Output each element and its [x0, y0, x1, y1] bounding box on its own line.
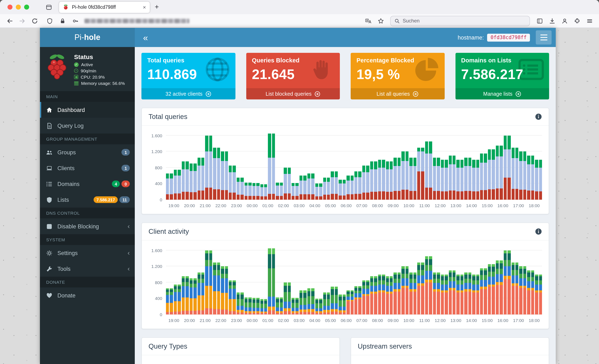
sidebar-item-settings[interactable]: Settings‹ — [40, 245, 135, 261]
firefox-view-icon[interactable] — [43, 2, 54, 12]
chart-segment — [429, 153, 432, 188]
close-window-button[interactable] — [8, 5, 12, 9]
chart-segment — [421, 147, 424, 151]
translate-icon[interactable] — [363, 15, 374, 26]
chart-segment — [331, 172, 334, 177]
chart-segment — [437, 291, 440, 314]
key-icon[interactable] — [70, 15, 81, 26]
chart-segment — [390, 162, 393, 169]
count-badge: 11 — [120, 196, 130, 203]
chart-segment — [398, 274, 401, 278]
info-icon[interactable] — [535, 228, 542, 235]
lock-icon[interactable] — [57, 15, 68, 26]
chart-segment — [515, 147, 519, 158]
sidebar-item-lists[interactable]: Lists7.586.21711 — [40, 192, 135, 208]
sidebar-item-domains[interactable]: Domains40 — [40, 176, 135, 192]
chart-bar — [268, 132, 271, 200]
search-input[interactable]: Suchen — [390, 16, 530, 26]
new-tab-button[interactable]: + — [155, 3, 159, 11]
chart-segment — [445, 276, 448, 280]
back-icon[interactable] — [4, 15, 15, 26]
extensions-puzzle-icon[interactable] — [572, 15, 582, 26]
chart-segment — [511, 275, 515, 283]
chart-segment — [319, 196, 322, 200]
chart-segment — [496, 260, 499, 263]
chart-segment — [425, 265, 428, 271]
chart-segment — [170, 303, 173, 312]
chart-segment — [205, 286, 208, 308]
chart-segment — [457, 191, 460, 200]
chart-bar — [201, 246, 204, 314]
y-axis-label: 800 — [155, 280, 162, 285]
sidebar-item-clients[interactable]: Clients1 — [40, 160, 135, 176]
pihole-logo[interactable]: Pi-hole — [40, 28, 135, 47]
chart-bar — [303, 246, 307, 314]
tab-close-icon[interactable]: × — [143, 4, 146, 10]
stat-card-footer-link[interactable]: Manage lists — [455, 88, 549, 99]
chart-bar — [229, 132, 232, 200]
chart-segment — [194, 298, 196, 311]
chart-segment — [245, 308, 248, 311]
chart-segment — [339, 180, 342, 184]
chart-segment — [303, 305, 307, 310]
sidebar-item-dashboard[interactable]: Dashboard — [40, 102, 135, 118]
stat-card-value: 21.645 — [252, 67, 334, 82]
app-header: Pi-hole « hostname: 0fd38cd798ff — [40, 28, 556, 47]
sidebar-icon[interactable] — [534, 15, 545, 26]
chart-segment — [303, 176, 307, 180]
stat-card-footer-link[interactable]: List all queries — [351, 88, 444, 99]
stat-card-footer-label: List blocked queries — [266, 91, 312, 97]
x-axis-label: 06:00 — [341, 203, 352, 208]
menu-hamburger-icon[interactable] — [584, 15, 595, 26]
chart-segment — [441, 280, 444, 284]
sidebar-item-query-log[interactable]: Query Log — [40, 118, 135, 133]
chart-segment — [323, 178, 326, 182]
hostname-label: hostname: — [458, 34, 484, 41]
chart-bar — [272, 132, 275, 200]
chart-segment — [417, 265, 420, 270]
tracking-shield-icon[interactable] — [44, 15, 55, 26]
bookmark-star-icon[interactable] — [375, 15, 386, 26]
chart-segment — [366, 282, 369, 285]
sidebar-item-disable-blocking[interactable]: Disable Blocking‹ — [40, 218, 135, 234]
chart-segment — [237, 195, 240, 200]
chart-segment — [201, 191, 204, 200]
chart-segment — [288, 168, 291, 174]
info-icon[interactable] — [535, 113, 542, 120]
chart-segment — [445, 293, 448, 314]
chart-segment — [468, 278, 471, 283]
chart-segment — [437, 283, 440, 289]
sidebar-item-donate[interactable]: Donate — [40, 287, 135, 303]
url-bar[interactable] — [42, 15, 361, 26]
sidebar-item-tools[interactable]: Tools‹ — [40, 261, 135, 277]
stat-card-footer-link[interactable]: 32 active clients — [141, 88, 235, 99]
downloads-icon[interactable] — [546, 15, 557, 26]
chart-segment — [225, 269, 228, 274]
account-icon[interactable] — [559, 15, 570, 26]
app-menu-button[interactable] — [536, 30, 552, 44]
chart-segment — [523, 152, 526, 161]
chart-bar — [205, 132, 208, 200]
chart-segment — [174, 176, 177, 193]
chart-segment — [425, 256, 428, 259]
minimize-window-button[interactable] — [16, 5, 21, 9]
browser-tab[interactable]: Pi-hole 0fd38cd798ff × — [59, 1, 150, 13]
chart-segment — [237, 312, 240, 314]
chart-segment — [429, 256, 432, 259]
chart-segment — [201, 158, 204, 166]
stat-card-footer-link[interactable]: List blocked queries — [246, 88, 340, 99]
chart-segment — [296, 303, 299, 308]
reload-icon[interactable] — [29, 15, 40, 26]
chart-segment — [272, 158, 275, 194]
chart-bar — [390, 246, 393, 314]
chart-segment — [182, 286, 185, 297]
zoom-window-button[interactable] — [24, 5, 29, 9]
chart-segment — [319, 300, 322, 303]
chart-segment — [189, 311, 193, 314]
chart-segment — [209, 135, 212, 151]
sidebar-item-groups[interactable]: Groups1 — [40, 144, 135, 160]
desktop-background: Pi-hole « hostname: 0fd38cd798ff — [0, 28, 599, 364]
chart-segment — [409, 283, 413, 289]
sidebar-collapse-icon[interactable]: « — [143, 33, 148, 42]
plot-area: 19:0020:0021:0022:0023:0000:0001:0002:00… — [166, 132, 542, 210]
